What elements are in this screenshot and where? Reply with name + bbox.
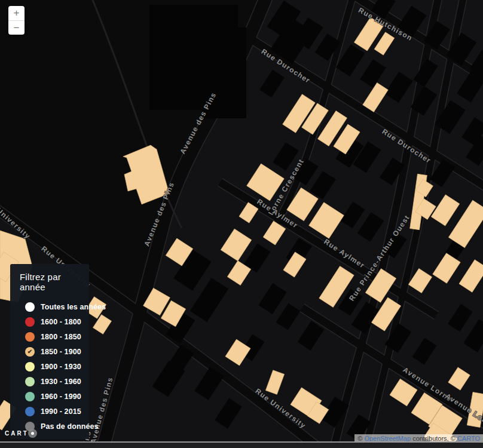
legend-item-label: 1800 - 1850 (41, 333, 81, 341)
legend-item-1850-1900[interactable]: ✔1850 - 1900 (10, 344, 89, 359)
legend-item-1990-2015[interactable]: 1990 - 2015 (10, 404, 89, 419)
legend-dot[interactable] (25, 332, 35, 342)
legend-dot[interactable] (25, 362, 35, 372)
legend-title: Filtrez par année (20, 272, 83, 292)
legend-item-label: 1930 - 1960 (41, 378, 81, 386)
legend-dot[interactable] (25, 317, 35, 327)
building-footprint (149, 5, 246, 118)
window-bottom-strip (0, 441, 483, 448)
legend-item-1930-1960[interactable]: 1930 - 1960 (10, 374, 89, 389)
legend-item-1900-1930[interactable]: 1900 - 1930 (10, 359, 89, 374)
map-app: Rue HutchisonRue DurocherRue DurocherLor… (0, 0, 483, 448)
check-icon: ✔ (27, 349, 32, 355)
carto-logo-text: CART (5, 430, 29, 437)
legend-dot[interactable] (25, 407, 35, 416)
legend-dot-selected[interactable]: ✔ (25, 347, 35, 357)
zoom-in-button[interactable]: + (8, 6, 25, 21)
carto-logo[interactable]: CART (5, 429, 37, 438)
legend-item-label: Pas de données (41, 422, 99, 431)
legend-item-label: 1960 - 1990 (41, 392, 81, 401)
year-filter-legend: Filtrez par année Toutes les années1600 … (10, 264, 89, 439)
legend-item-label: 1850 - 1900 (41, 348, 81, 356)
legend-item-1600-1800[interactable]: 1600 - 1800 (10, 314, 89, 329)
legend-item-label: Toutes les années (41, 303, 106, 311)
zoom-out-button[interactable]: − (8, 21, 25, 35)
legend-dot[interactable] (25, 377, 35, 386)
zoom-control: + − (8, 6, 25, 35)
legend-dot[interactable] (25, 302, 35, 312)
legend-item-1960-1990[interactable]: 1960 - 1990 (10, 389, 89, 404)
legend-item-toutes-les-ann-es[interactable]: Toutes les années (10, 299, 89, 314)
legend-item-label: 1990 - 2015 (41, 407, 81, 416)
legend-item-label: 1900 - 1930 (41, 363, 81, 371)
legend-dot[interactable] (25, 392, 35, 401)
legend-item-1800-1850[interactable]: 1800 - 1850 (10, 329, 89, 344)
legend-items: Toutes les années1600 - 18001800 - 1850✔… (10, 299, 89, 434)
legend-item-label: 1600 - 1800 (41, 318, 81, 326)
carto-logo-o-icon (28, 429, 37, 438)
